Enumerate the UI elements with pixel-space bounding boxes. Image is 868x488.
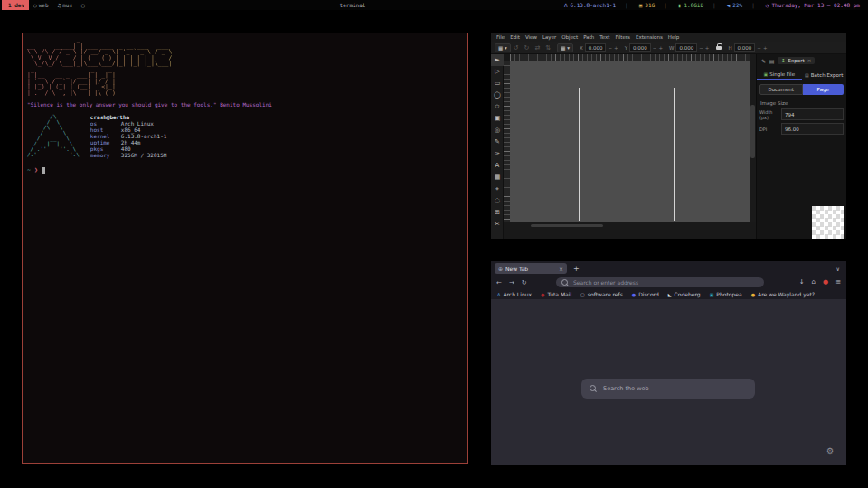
tool-icon[interactable]: ✑ <box>491 148 504 160</box>
dock-tab-icon[interactable]: ✎ <box>760 58 768 64</box>
spinner-minus[interactable]: − <box>757 45 761 51</box>
workspace-item[interactable]: ○ web <box>29 0 52 10</box>
spinner-plus[interactable]: + <box>763 45 768 51</box>
status-module: ▣ 31G <box>620 2 659 8</box>
menu-item[interactable]: File <box>494 33 507 42</box>
menu-item[interactable]: Extensions <box>633 33 665 42</box>
batch-export-icon: ▤ <box>805 72 809 78</box>
bookmark-item[interactable]: ● Are we Wayland yet? <box>751 291 815 297</box>
shell-prompt[interactable]: ~ ❯ <box>27 166 463 174</box>
canvas-vertical-scrollbar[interactable] <box>750 54 756 222</box>
spinner-minus[interactable]: − <box>653 45 657 51</box>
tool-icon[interactable]: A <box>491 160 504 172</box>
page-button[interactable]: Page <box>803 84 844 95</box>
spinner-plus[interactable]: + <box>705 45 710 51</box>
dock-tab-icon[interactable]: ▤ <box>768 58 776 64</box>
scrollbar-thumb[interactable] <box>750 105 755 159</box>
fetch-row: host x86_64 <box>90 127 167 133</box>
inkscape-canvas[interactable] <box>510 61 750 222</box>
menu-item[interactable]: Object <box>559 33 580 42</box>
tab-batch-export[interactable]: ▤ Batch Export <box>802 69 847 80</box>
tool-icon[interactable]: ✎ <box>491 136 504 148</box>
workspace-item[interactable]: ▢ <box>77 0 91 10</box>
export-dialog-tab[interactable]: ↥ Export × <box>778 57 815 64</box>
bookmark-favicon: ◣ <box>668 292 672 297</box>
spinner-value[interactable]: 0.000 <box>734 43 756 52</box>
pattern-dropdown[interactable]: ▦ ▾ <box>557 43 573 52</box>
tool-icon[interactable]: ▭ <box>491 78 504 89</box>
bookmark-item[interactable]: ◣ Codeberg <box>668 291 701 297</box>
menu-item[interactable]: Edit <box>507 33 523 42</box>
new-tab-button[interactable]: + <box>573 265 580 273</box>
forward-button[interactable]: → <box>509 279 514 286</box>
url-bar[interactable]: Search or enter address <box>556 277 764 287</box>
bookmark-item[interactable]: ● Tuta Mail <box>541 291 571 297</box>
tool-icon[interactable]: ⊞ <box>491 207 504 219</box>
tool-icon[interactable]: ▣ <box>491 113 504 125</box>
bookmark-label: Are we Wayland yet? <box>758 291 815 297</box>
tool-icon[interactable]: ◎ <box>491 125 504 136</box>
bookmark-item[interactable]: ▢ software refs <box>580 291 623 297</box>
bookmark-favicon: ● <box>632 292 636 297</box>
tool-icon[interactable]: ◌ <box>491 195 504 207</box>
bookmarks-bar: Λ Arch Linux ● Tuta Mail ▢ software refs… <box>491 289 846 299</box>
document-button[interactable]: Document <box>760 84 803 95</box>
fetch-key: os <box>90 120 121 127</box>
spinner-minus[interactable]: − <box>699 45 703 51</box>
dpi-input[interactable]: 96.00 <box>781 123 844 135</box>
menu-item[interactable]: Help <box>665 33 683 42</box>
spinner-plus[interactable]: + <box>614 45 618 51</box>
reload-button[interactable]: ↻ <box>522 279 527 286</box>
search-icon <box>590 385 597 392</box>
prompt-path: ~ <box>27 166 31 174</box>
workspace-item[interactable]: ♫ mus <box>53 0 77 10</box>
bookmark-item[interactable]: ▣ Photopea <box>710 291 742 297</box>
tab-close-icon[interactable]: × <box>559 266 563 272</box>
fetch-value: 6.13.8-arch1-1 <box>121 133 167 139</box>
back-button[interactable]: ← <box>496 279 502 286</box>
coordinate-spinner: W 0.000 − + <box>669 43 709 52</box>
list-tabs-chevron-icon[interactable]: ∨ <box>836 266 840 272</box>
bookmark-item[interactable]: ● Discord <box>632 291 659 297</box>
spinner-value[interactable]: 0.000 <box>675 43 697 52</box>
coordinate-spinner: Y 0.000 − + <box>625 43 663 52</box>
tool-icon[interactable]: ◯ <box>491 89 504 101</box>
canvas-horizontal-scrollbar[interactable] <box>531 224 603 227</box>
tool-icon[interactable]: ✩ <box>491 101 504 113</box>
export-preview-checkerboard <box>812 206 844 239</box>
terminal-window[interactable]: _ __ _____| | ___ ___ _ __ ___ ___ \ \ /… <box>22 33 468 464</box>
menu-item[interactable]: Filters <box>612 33 633 42</box>
bookmark-item[interactable]: Λ Arch Linux <box>497 291 532 297</box>
menu-item[interactable]: Text <box>597 33 612 42</box>
navbar-action-icon[interactable]: ≡ <box>835 278 841 286</box>
menu-item[interactable]: Path <box>580 33 597 42</box>
spinner-minus[interactable]: − <box>608 45 612 51</box>
menu-item[interactable]: Layer <box>540 33 559 42</box>
browser-tab-new-tab[interactable]: ⊕ New Tab × <box>495 263 567 274</box>
tool-icon[interactable]: ⌖ <box>491 183 504 195</box>
bookmark-label: Codeberg <box>675 291 701 297</box>
navbar-action-icon[interactable]: ● <box>823 278 828 286</box>
single-file-icon: ▣ <box>763 71 768 77</box>
browser-window: ⊕ New Tab × + ∨ ← → ↻ Search or enter ad… <box>491 261 846 465</box>
menu-item[interactable]: View <box>523 33 540 42</box>
tool-icon[interactable]: ► <box>491 54 504 66</box>
new-tab-page: Search the web ⚙ <box>491 299 846 465</box>
spinner-value[interactable]: 0.000 <box>629 43 651 52</box>
width-input[interactable]: 794 <box>781 108 844 120</box>
tool-icon[interactable]: ▦ <box>491 172 504 183</box>
personalize-gear-icon[interactable]: ⚙ <box>826 446 834 455</box>
tab-single-file[interactable]: ▣ Single File <box>757 69 802 80</box>
navbar-action-icon[interactable]: ⌂ <box>812 278 816 286</box>
aspect-lock-icon[interactable] <box>716 46 722 50</box>
navbar-action-icon[interactable]: ↓ <box>799 278 805 286</box>
tool-icon[interactable]: ▷ <box>491 66 504 78</box>
tool-icon[interactable]: ✂ <box>491 219 504 230</box>
fetch-row: memory 3256M / 32815M <box>90 152 167 158</box>
spinner-value[interactable]: 0.000 <box>585 43 607 52</box>
spinner-plus[interactable]: + <box>658 45 663 51</box>
close-icon[interactable]: × <box>807 58 812 63</box>
selection-mode-dropdown[interactable]: ▦ ▾ <box>495 43 511 52</box>
web-search-input[interactable]: Search the web <box>581 379 755 399</box>
workspace-item[interactable]: 1 dev <box>2 0 29 10</box>
